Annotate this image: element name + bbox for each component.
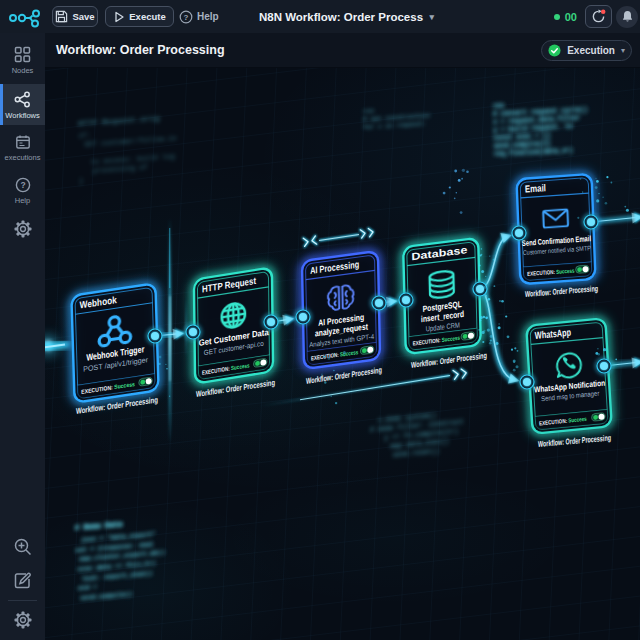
svg-text:?: ? (20, 180, 25, 190)
svg-text:res: res (363, 107, 375, 115)
svg-text:res: res (493, 102, 505, 110)
svg-text:?: ? (184, 13, 189, 22)
svg-text:}: } (79, 177, 83, 185)
svg-text:Email: Email (525, 182, 547, 194)
svg-text:if:: if: (78, 131, 91, 140)
